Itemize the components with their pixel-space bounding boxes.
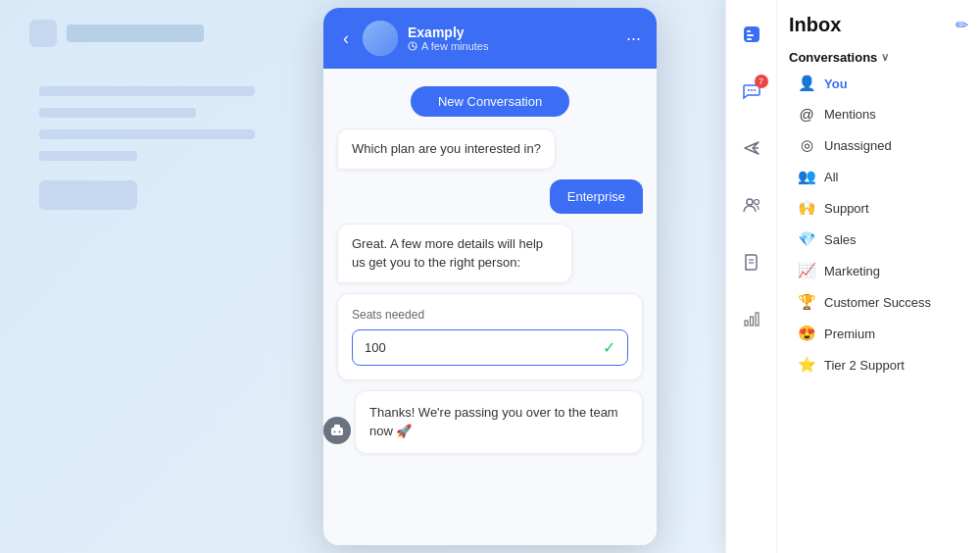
inbox-icon-knowledge[interactable] — [733, 243, 770, 280]
svg-point-11 — [748, 89, 750, 91]
inbox-icon-messages[interactable]: 7 — [733, 73, 770, 110]
inbox-icon-reports[interactable] — [733, 300, 770, 337]
inbox-menu-item-mentions[interactable]: @ Mentions — [789, 100, 968, 128]
send-icon — [742, 138, 761, 158]
inbox-mentions-icon: @ — [797, 106, 816, 123]
inbox-support-icon: 🙌 — [797, 199, 816, 217]
inbox-icon-contacts[interactable] — [733, 186, 770, 224]
inbox-edit-icon[interactable]: ✏ — [956, 16, 968, 34]
svg-point-13 — [754, 89, 756, 91]
svg-line-2 — [413, 46, 415, 47]
svg-point-12 — [751, 89, 753, 91]
chat-header: ‹ Examply A few minutes ··· — [323, 8, 657, 69]
svg-rect-4 — [334, 425, 340, 428]
inbox-premium-label: Premium — [824, 327, 875, 341]
inbox-title-row: Inbox ✏ — [789, 14, 968, 36]
inbox-menu-item-tier2[interactable]: ⭐ Tier 2 Support — [789, 350, 968, 379]
inbox-menu-item-unassigned[interactable]: ◎ Unassigned — [789, 130, 968, 160]
chat-top-bar: New Conversation — [337, 80, 643, 119]
inbox-you-label: You — [824, 76, 848, 91]
intercom-logo-icon — [741, 24, 762, 45]
bot-message-1: Which plan are you interested in? — [337, 128, 643, 170]
bot-message-2: Great. A few more details will help us g… — [337, 224, 643, 283]
new-conversation-button[interactable]: New Conversation — [411, 86, 569, 117]
inbox-marketing-label: Marketing — [824, 264, 880, 278]
chat-avatar-image — [363, 21, 398, 56]
svg-rect-9 — [747, 34, 754, 36]
svg-point-5 — [334, 430, 336, 432]
user-bubble-1: Enterprise — [550, 179, 643, 214]
chat-header-info: Examply A few minutes — [408, 25, 488, 52]
inbox-unassigned-icon: ◎ — [797, 136, 816, 154]
svg-rect-3 — [331, 427, 343, 435]
bot-text-2: Great. A few more details will help us g… — [352, 236, 543, 271]
inbox-unassigned-label: Unassigned — [824, 138, 892, 153]
chat-agent-name: Examply — [408, 25, 488, 40]
svg-rect-20 — [756, 313, 759, 326]
chat-menu-button[interactable]: ··· — [626, 28, 641, 49]
inbox-chevron-icon: ∨ — [881, 51, 889, 64]
inbox-support-label: Support — [824, 201, 869, 216]
inbox-icon-outbound[interactable] — [733, 129, 770, 167]
user-message-1: Enterprise — [337, 179, 643, 214]
inbox-panel: 7 — [725, 0, 980, 553]
inbox-section-label[interactable]: Conversations ∨ — [789, 50, 968, 65]
chat-widget: ‹ Examply A few minutes ··· — [323, 8, 657, 545]
bot-text-1: Which plan are you interested in? — [352, 141, 541, 156]
bot-bubble-1: Which plan are you interested in? — [337, 128, 556, 170]
inbox-icon-sidebar: 7 — [726, 0, 777, 553]
inbox-menu-item-premium[interactable]: 😍 Premium — [789, 319, 968, 348]
inbox-section-text: Conversations — [789, 50, 877, 65]
inbox-sales-label: Sales — [824, 232, 857, 247]
inbox-menu-item-sales[interactable]: 💎 Sales — [789, 225, 968, 254]
inbox-premium-icon: 😍 — [797, 325, 816, 342]
svg-rect-19 — [750, 317, 753, 326]
inbox-menu-item-customer-success[interactable]: 🏆 Customer Success — [789, 287, 968, 317]
form-card: Seats needed 100 ✓ — [337, 293, 643, 380]
reports-icon — [742, 309, 761, 328]
inbox-title: Inbox — [789, 14, 841, 36]
inbox-menu: 👤 You @ Mentions ◎ Unassigned 👥 All — [789, 69, 968, 379]
svg-point-14 — [747, 199, 753, 205]
inbox-you-icon: 👤 — [797, 75, 816, 92]
inbox-cs-icon: 🏆 — [797, 293, 816, 311]
svg-rect-18 — [745, 321, 748, 326]
inbox-marketing-icon: 📈 — [797, 262, 816, 279]
chat-status-text: A few minutes — [421, 40, 488, 52]
knowledge-icon — [742, 252, 761, 272]
thanks-message: Thanks! We're passing you over to the te… — [355, 390, 643, 454]
form-input-value: 100 — [365, 340, 603, 355]
inbox-mentions-label: Mentions — [824, 107, 876, 122]
user-text-1: Enterprise — [567, 189, 625, 204]
inbox-menu-item-marketing[interactable]: 📈 Marketing — [789, 256, 968, 285]
svg-point-6 — [339, 430, 341, 432]
svg-point-15 — [754, 200, 759, 205]
svg-rect-10 — [747, 38, 752, 40]
form-label: Seats needed — [352, 308, 628, 322]
main-overlay: ‹ Examply A few minutes ··· — [0, 0, 980, 553]
inbox-all-icon: 👥 — [797, 168, 816, 185]
inbox-menu-item-you[interactable]: 👤 You — [789, 69, 968, 98]
inbox-tier2-label: Tier 2 Support — [824, 358, 905, 373]
bot-icon — [329, 423, 345, 438]
svg-rect-8 — [747, 30, 751, 32]
inbox-menu-item-all[interactable]: 👥 All — [789, 162, 968, 191]
chat-back-button[interactable]: ‹ — [339, 25, 353, 53]
inbox-sales-icon: 💎 — [797, 230, 816, 248]
chat-avatar — [363, 21, 398, 56]
inbox-main-content: Inbox ✏ Conversations ∨ 👤 You @ Mentions — [777, 0, 980, 553]
inbox-tier2-icon: ⭐ — [797, 356, 816, 374]
inbox-menu-item-support[interactable]: 🙌 Support — [789, 193, 968, 223]
form-input-row[interactable]: 100 ✓ — [352, 329, 628, 366]
clock-icon — [408, 41, 417, 51]
chat-body: New Conversation Which plan are you inte… — [323, 69, 657, 545]
thanks-text: Thanks! We're passing you over to the te… — [369, 405, 618, 439]
inbox-icon-logo[interactable] — [733, 16, 770, 53]
chat-status: A few minutes — [408, 40, 488, 52]
bot-bubble-2: Great. A few more details will help us g… — [337, 224, 572, 283]
inbox-all-label: All — [824, 170, 838, 184]
inbox-cs-label: Customer Success — [824, 295, 931, 310]
thanks-wrapper: Thanks! We're passing you over to the te… — [337, 390, 643, 454]
bot-avatar-icon — [323, 417, 351, 444]
form-check-icon: ✓ — [603, 338, 615, 357]
